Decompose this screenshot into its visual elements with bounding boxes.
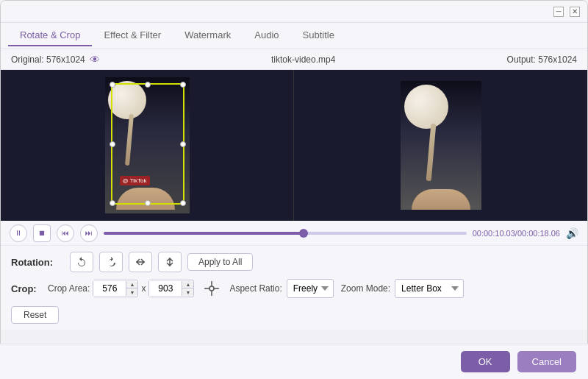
flip-vertical-button[interactable]: [158, 252, 182, 272]
zoom-mode-label: Zoom Mode:: [341, 283, 390, 294]
left-video-content: @ TikTok: [105, 77, 190, 213]
next-frame-button[interactable]: ⏭: [80, 224, 98, 242]
stop-button[interactable]: ⏹: [33, 224, 51, 242]
crop-row: Crop: Crop Area: ▲ ▼ x ▲ ▼: [11, 278, 577, 299]
aspect-ratio-section: Aspect Ratio: Freely 16:9 4:3 1:1 9:16: [229, 279, 333, 298]
controls-section: Rotation: Apply to All Crop: Crop Area:: [1, 246, 587, 330]
crop-box[interactable]: [111, 83, 184, 205]
tab-audio[interactable]: Audio: [243, 25, 290, 46]
rotation-row: Rotation: Apply to All: [11, 252, 577, 272]
svg-point-4: [209, 286, 214, 291]
tab-watermark[interactable]: Watermark: [173, 25, 243, 46]
crop-center-button[interactable]: [201, 278, 222, 299]
rotation-label: Rotation:: [11, 257, 64, 268]
hand-right: [412, 189, 470, 210]
close-button[interactable]: ✕: [570, 7, 580, 17]
minimize-button[interactable]: ─: [553, 7, 564, 17]
zoom-mode-select[interactable]: Letter Box Pan & Scan Full: [395, 279, 464, 298]
crop-handle-mb[interactable]: [145, 200, 151, 206]
tiktok-watermark: @ TikTok: [120, 176, 150, 185]
playback-bar: ⏸ ⏹ ⏮ ⏭ 00:00:10.03/00:00:18.06 🔊: [1, 221, 587, 246]
zoom-mode-section: Zoom Mode: Letter Box Pan & Scan Full: [341, 279, 464, 298]
reset-row: Reset: [11, 305, 577, 324]
crop-handle-br[interactable]: [180, 200, 186, 206]
video-bg-right: [401, 81, 481, 210]
flip-v-icon: [164, 256, 176, 268]
progress-track[interactable]: [104, 232, 467, 235]
crop-handle-bl[interactable]: [110, 200, 115, 206]
crop-handle-tl[interactable]: [110, 82, 115, 88]
total-time: 00:00:18.06: [517, 229, 560, 238]
crop-area-section: Crop Area: ▲ ▼ x ▲ ▼: [48, 280, 194, 297]
play-pause-button[interactable]: ⏸: [10, 224, 27, 242]
aspect-ratio-select[interactable]: Freely 16:9 4:3 1:1 9:16: [287, 279, 334, 298]
crop-height-down-button[interactable]: ▼: [182, 288, 193, 296]
title-bar: ─ ✕: [1, 1, 587, 23]
ok-button[interactable]: OK: [461, 351, 510, 372]
crop-height-input[interactable]: [149, 280, 182, 297]
flip-h-icon: [135, 256, 146, 268]
time-display: 00:00:10.03/00:00:18.06: [473, 229, 560, 238]
flip-horizontal-button[interactable]: [129, 252, 152, 272]
crop-handle-tr[interactable]: [180, 82, 186, 88]
apply-to-all-button[interactable]: Apply to All: [187, 253, 253, 271]
output-resolution: Output: 576x1024: [507, 54, 577, 65]
tab-rotate-crop[interactable]: Rotate & Crop: [8, 25, 92, 46]
right-video-content: [401, 81, 481, 210]
filename: tiktok-video.mp4: [271, 54, 335, 65]
tab-effect-filter[interactable]: Effect & Filter: [92, 25, 173, 46]
crop-handle-mr[interactable]: [180, 141, 186, 147]
crop-width-input-wrapper: ▲ ▼: [93, 280, 138, 297]
original-resolution: Original: 576x1024: [11, 54, 85, 65]
reset-button[interactable]: Reset: [11, 306, 59, 324]
rotate-left-icon: [76, 256, 87, 268]
tab-subtitle[interactable]: Subtitle: [291, 25, 346, 46]
video-area: @ TikTok: [1, 70, 587, 221]
crop-area-label: Crop Area:: [48, 283, 90, 294]
tabs-bar: Rotate & Crop Effect & Filter Watermark …: [1, 23, 587, 49]
bottom-bar: OK Cancel: [0, 344, 588, 379]
rotate-right-icon: [105, 256, 117, 268]
current-time: 00:00:10.03: [473, 229, 515, 238]
crop-width-input[interactable]: [93, 280, 126, 297]
crop-width-up-button[interactable]: ▲: [126, 281, 137, 288]
crop-height-up-button[interactable]: ▲: [182, 281, 193, 288]
crop-handle-ml[interactable]: [110, 141, 115, 147]
crosshair-icon: [203, 280, 220, 297]
video-preview-left: @ TikTok: [1, 70, 294, 221]
prev-frame-button[interactable]: ⏮: [57, 224, 74, 242]
progress-fill: [104, 232, 304, 235]
lollipop-stick-right: [426, 124, 436, 181]
rotate-right-button[interactable]: [99, 252, 123, 272]
crop-label: Crop:: [11, 283, 40, 294]
info-bar: Original: 576x1024 👁 tiktok-video.mp4 Ou…: [1, 49, 587, 70]
video-preview-right: [294, 70, 587, 221]
crop-x-label: x: [141, 283, 146, 294]
aspect-ratio-label: Aspect Ratio:: [229, 283, 282, 294]
rotate-left-button[interactable]: [70, 252, 93, 272]
progress-thumb[interactable]: [299, 229, 308, 238]
crop-handle-mt[interactable]: [145, 82, 151, 88]
volume-icon[interactable]: 🔊: [566, 227, 578, 239]
crop-height-input-wrapper: ▲ ▼: [148, 280, 194, 297]
cancel-button[interactable]: Cancel: [517, 351, 576, 372]
crop-width-down-button[interactable]: ▼: [126, 288, 137, 296]
lollipop-ball-right: [404, 85, 448, 129]
visibility-icon[interactable]: 👁: [90, 54, 100, 65]
